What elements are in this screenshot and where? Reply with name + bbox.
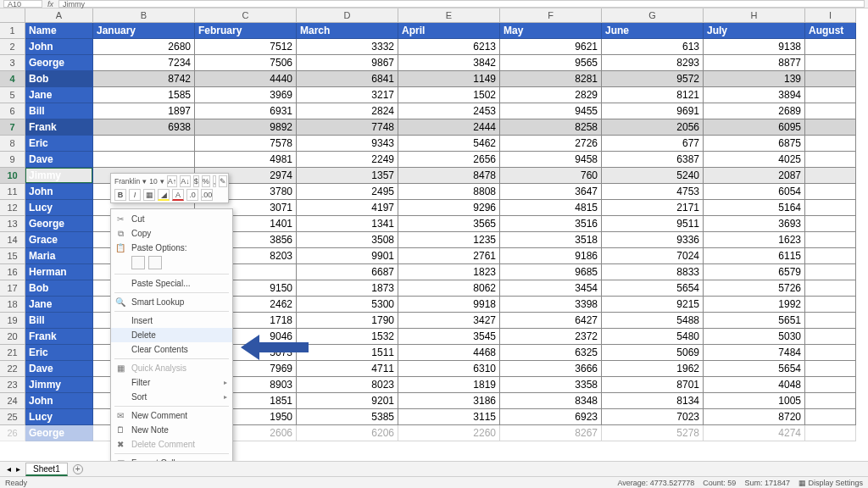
data-cell[interactable]: 4815 bbox=[500, 200, 602, 216]
border-icon[interactable]: ▦ bbox=[143, 189, 155, 201]
data-cell[interactable]: 5240 bbox=[602, 168, 704, 184]
data-cell[interactable]: 5654 bbox=[602, 280, 704, 297]
data-cell[interactable]: 8062 bbox=[398, 280, 500, 297]
data-cell[interactable]: 6213 bbox=[398, 39, 500, 55]
data-cell[interactable]: 3115 bbox=[398, 409, 500, 425]
data-cell[interactable]: 9458 bbox=[500, 152, 602, 168]
row-header[interactable]: 4 bbox=[0, 71, 25, 87]
row-header[interactable]: 2 bbox=[0, 39, 25, 55]
data-cell[interactable]: 9892 bbox=[195, 119, 297, 136]
data-cell[interactable]: 1873 bbox=[297, 280, 398, 297]
data-cell[interactable]: 9201 bbox=[297, 393, 398, 409]
row-header[interactable]: 11 bbox=[0, 184, 25, 200]
menu-paste-special[interactable]: Paste Special... bbox=[111, 276, 232, 291]
data-cell[interactable]: 7484 bbox=[704, 345, 805, 361]
column-header-cell[interactable]: April bbox=[398, 23, 500, 39]
column-header-cell[interactable]: February bbox=[195, 23, 297, 39]
data-cell[interactable]: 8121 bbox=[602, 87, 704, 103]
data-cell[interactable] bbox=[805, 297, 856, 313]
data-cell[interactable]: 1357 bbox=[297, 168, 398, 184]
sheet-tab[interactable]: Sheet1 bbox=[25, 463, 68, 476]
data-cell[interactable]: 1005 bbox=[704, 393, 805, 409]
data-cell[interactable]: 7578 bbox=[195, 136, 297, 152]
data-cell[interactable]: 5300 bbox=[297, 297, 398, 313]
name-cell[interactable]: John bbox=[25, 39, 93, 55]
row-header[interactable]: 19 bbox=[0, 313, 25, 329]
col-header[interactable]: E bbox=[398, 8, 500, 23]
menu-insert[interactable]: Insert bbox=[111, 313, 232, 328]
data-cell[interactable]: 6095 bbox=[704, 119, 805, 136]
data-cell[interactable]: 1502 bbox=[398, 87, 500, 103]
data-cell[interactable]: 9572 bbox=[602, 71, 704, 87]
data-cell[interactable]: 8808 bbox=[398, 184, 500, 200]
sheet-nav-first-icon[interactable]: ◂ bbox=[7, 464, 11, 474]
data-cell[interactable]: 9565 bbox=[500, 55, 602, 71]
data-cell[interactable]: 4468 bbox=[398, 345, 500, 361]
comma-icon[interactable]: , bbox=[213, 175, 217, 187]
data-cell[interactable]: 1585 bbox=[93, 87, 195, 103]
row-header[interactable]: 6 bbox=[0, 103, 25, 119]
data-cell[interactable]: 3894 bbox=[704, 87, 805, 103]
data-cell[interactable]: 9918 bbox=[398, 297, 500, 313]
row-header[interactable]: 5 bbox=[0, 87, 25, 103]
row-header[interactable]: 7 bbox=[0, 119, 25, 136]
menu-new-note[interactable]: 🗒New Note bbox=[111, 423, 232, 437]
data-cell[interactable]: 3518 bbox=[500, 232, 602, 248]
row-header[interactable]: 23 bbox=[0, 377, 25, 393]
data-cell[interactable]: 2372 bbox=[500, 329, 602, 345]
data-cell[interactable]: 3454 bbox=[500, 280, 602, 297]
data-cell[interactable]: 5488 bbox=[602, 313, 704, 329]
data-cell[interactable] bbox=[805, 393, 856, 409]
data-cell[interactable]: 6579 bbox=[704, 264, 805, 280]
data-cell[interactable]: 8742 bbox=[93, 71, 195, 87]
data-cell[interactable] bbox=[805, 345, 856, 361]
data-cell[interactable]: 6206 bbox=[297, 425, 398, 441]
data-cell[interactable]: 4753 bbox=[602, 184, 704, 200]
data-cell[interactable]: 6841 bbox=[297, 71, 398, 87]
format-painter-icon[interactable]: ✎ bbox=[219, 175, 227, 187]
data-cell[interactable]: 8267 bbox=[500, 425, 602, 441]
data-cell[interactable]: 9186 bbox=[500, 248, 602, 264]
data-cell[interactable]: 5030 bbox=[704, 329, 805, 345]
data-cell[interactable]: 9138 bbox=[704, 39, 805, 55]
name-cell[interactable]: Lucy bbox=[25, 200, 93, 216]
column-header-cell[interactable]: August bbox=[805, 23, 856, 39]
col-header[interactable]: A bbox=[25, 8, 93, 23]
menu-filter[interactable]: Filter bbox=[111, 375, 232, 390]
data-cell[interactable] bbox=[805, 264, 856, 280]
paste-values-icon[interactable] bbox=[148, 256, 162, 269]
row-header[interactable]: 24 bbox=[0, 393, 25, 409]
data-cell[interactable]: 8134 bbox=[602, 393, 704, 409]
data-cell[interactable]: 3516 bbox=[500, 216, 602, 232]
name-cell[interactable]: Jane bbox=[25, 87, 93, 103]
column-header-cell[interactable]: May bbox=[500, 23, 602, 39]
increase-font-icon[interactable]: A↑ bbox=[167, 175, 178, 187]
data-cell[interactable]: 8281 bbox=[500, 71, 602, 87]
name-cell[interactable]: George bbox=[25, 216, 93, 232]
name-cell[interactable]: George bbox=[25, 55, 93, 71]
data-cell[interactable] bbox=[805, 55, 856, 71]
data-cell[interactable]: 3358 bbox=[500, 377, 602, 393]
data-cell[interactable]: 5069 bbox=[602, 345, 704, 361]
data-cell[interactable]: 3565 bbox=[398, 216, 500, 232]
data-cell[interactable]: 2444 bbox=[398, 119, 500, 136]
data-cell[interactable]: 1623 bbox=[704, 232, 805, 248]
column-header-cell[interactable]: March bbox=[297, 23, 398, 39]
data-cell[interactable]: 6687 bbox=[297, 264, 398, 280]
data-cell[interactable]: 9621 bbox=[500, 39, 602, 55]
row-header[interactable]: 16 bbox=[0, 264, 25, 280]
data-cell[interactable]: 2680 bbox=[93, 39, 195, 55]
name-cell[interactable]: Frank bbox=[25, 329, 93, 345]
sheet-nav-last-icon[interactable]: ▸ bbox=[16, 464, 20, 474]
name-cell[interactable]: Grace bbox=[25, 232, 93, 248]
column-header-cell[interactable]: June bbox=[602, 23, 704, 39]
data-cell[interactable] bbox=[805, 136, 856, 152]
col-header[interactable]: F bbox=[500, 8, 602, 23]
menu-new-comment[interactable]: ✉New Comment bbox=[111, 408, 232, 423]
data-cell[interactable]: 8701 bbox=[602, 377, 704, 393]
data-cell[interactable]: 7512 bbox=[195, 39, 297, 55]
data-cell[interactable]: 1235 bbox=[398, 232, 500, 248]
row-header[interactable]: 14 bbox=[0, 232, 25, 248]
data-cell[interactable]: 9296 bbox=[398, 200, 500, 216]
data-cell[interactable]: 2260 bbox=[398, 425, 500, 441]
